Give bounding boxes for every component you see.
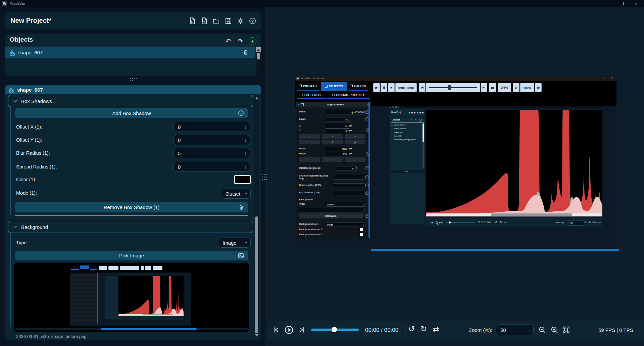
properties-object-name: shape_667	[17, 87, 43, 93]
stepper-icon[interactable]: ↕	[245, 138, 247, 143]
embedded-minimize-icon: —	[594, 77, 596, 79]
blur-radius-input[interactable]: 5↕	[174, 148, 250, 158]
embedded-logo-icon: W	[296, 77, 299, 80]
object-list-item[interactable]: shape_667	[5, 47, 255, 58]
remove-box-shadow-label: Remove Box Shadow (1)	[104, 204, 160, 210]
offset-x-label: Offset X (1):	[16, 122, 42, 132]
embedded-object-name: object556968	[304, 103, 367, 106]
toolbar-divider	[405, 324, 405, 336]
section-divider	[15, 215, 248, 216]
offset-y-label: Offset Y (1):	[16, 135, 42, 145]
embedded-zoom-in-button: ⊕	[535, 83, 542, 92]
skip-end-button[interactable]	[298, 326, 306, 334]
shadow-color-swatch[interactable]	[234, 175, 251, 184]
timeline-slider-handle[interactable]	[332, 327, 337, 332]
help-icon[interactable]: ?	[249, 17, 256, 25]
pick-image-label: Pick Image	[119, 253, 144, 258]
nested-properties-card	[390, 173, 425, 224]
box-shadows-section-header[interactable]: Box Shadows	[8, 95, 253, 107]
zoom-in-button[interactable]	[550, 326, 558, 334]
delete-object-icon[interactable]	[243, 49, 249, 55]
stepper-icon[interactable]: ↕	[245, 151, 247, 156]
embedded-zoom-display: 100%	[520, 83, 534, 92]
spread-radius-input[interactable]: 0↕	[174, 162, 250, 172]
properties-scrollbar[interactable]	[254, 96, 259, 338]
image-filename: 2026-03-31_w2b_image_before.png	[16, 334, 87, 339]
zoom-fit-button[interactable]	[562, 326, 571, 334]
background-type-select[interactable]: Image	[219, 238, 251, 248]
time-display: 00:00 / 00:00	[365, 327, 398, 334]
fps-stats: 59 FPS | 0 TPS	[598, 327, 633, 333]
thumbnail-hscroll-thumb[interactable]	[101, 328, 197, 330]
skip-start-button[interactable]	[272, 326, 280, 334]
chevron-down-icon	[244, 241, 248, 245]
objects-scrollbar[interactable]	[256, 47, 261, 76]
nested-hscrollbar	[427, 213, 602, 216]
zoom-out-button[interactable]	[538, 326, 546, 334]
open-project-icon[interactable]	[212, 17, 220, 25]
stepper-icon[interactable]: ↕	[528, 328, 531, 333]
embedded-time-display: 0:00 | 0:00	[395, 83, 417, 92]
embedded-stop-button: ■	[388, 83, 395, 92]
timeline-slider[interactable]	[311, 329, 359, 331]
objects-title: Objects	[10, 36, 33, 43]
remove-box-shadow-button[interactable]: Remove Box Shadow (1)	[15, 202, 248, 212]
embedded-repeat-button: ⇄	[489, 83, 496, 92]
save-project-icon[interactable]	[225, 17, 232, 25]
zoom-label: Zoom (%):	[469, 327, 492, 333]
thumbnail-hscrollbar[interactable]	[15, 328, 249, 330]
chevron-down-icon	[12, 98, 18, 104]
minimize-button[interactable]: —	[599, 0, 614, 7]
undo-button[interactable]: ↶	[224, 37, 233, 45]
add-box-shadow-button[interactable]: Add Box Shadow	[15, 108, 248, 118]
preview-hscrollbar[interactable]	[371, 249, 619, 251]
objects-divider	[5, 47, 261, 47]
stepper-icon[interactable]: ↕	[245, 164, 247, 169]
objects-card: Objects ↶ ↷ + shape_667	[5, 34, 261, 76]
zoom-input[interactable]: 50 ↕	[496, 325, 534, 335]
scroll-thumb[interactable]	[257, 53, 260, 59]
add-object-button[interactable]: +	[249, 37, 256, 45]
repeat-button[interactable]: ⇄	[433, 325, 439, 334]
preview-window[interactable]: W Wav2Bar - 0.3.4-beta — ○ × PROJECT OBJ…	[295, 76, 616, 249]
play-button[interactable]	[284, 325, 294, 335]
panel-splitter-handle[interactable]	[130, 78, 138, 81]
nested-objects-card: Objects ↶ ↷ + △ green screen ♪ wave bott…	[390, 117, 425, 170]
add-box-shadow-label: Add Box Shadow	[112, 110, 151, 116]
embedded-titlebar: W Wav2Bar - 0.3.4-beta — ○ ×	[295, 76, 616, 81]
stepper-icon[interactable]: ↕	[245, 125, 247, 130]
column-splitter-handle[interactable]	[262, 174, 267, 180]
scroll-up-button[interactable]	[256, 47, 261, 52]
background-section-header[interactable]: Background	[8, 221, 253, 233]
close-button[interactable]: ×	[629, 0, 644, 7]
embedded-skip-end-button: ▶|	[481, 83, 487, 92]
nested-toolbar-icons	[409, 112, 424, 113]
chevron-down-icon	[12, 224, 18, 230]
embedded-maximize-icon: ○	[603, 77, 604, 79]
image-thumbnail-preview[interactable]	[14, 263, 249, 332]
nested-project-card: New Proj...	[390, 109, 425, 116]
embedded-play-button: ▶	[373, 83, 380, 92]
background-type-label: Type:	[16, 238, 28, 248]
loop-back-button[interactable]: ↺	[408, 325, 415, 334]
scroll-up-button[interactable]	[255, 97, 258, 99]
embedded-slider-handle	[448, 85, 451, 90]
new-project-icon[interactable]	[200, 17, 208, 25]
scroll-thumb[interactable]	[255, 216, 258, 333]
save-as-icon[interactable]	[188, 17, 196, 25]
offset-y-input[interactable]: 0↕	[174, 135, 250, 145]
svg-text:?: ?	[251, 19, 254, 23]
embedded-title: Wav2Bar - 0.3.4-beta	[301, 77, 325, 80]
pick-image-button[interactable]: Pick Image	[15, 251, 248, 260]
maximize-button[interactable]	[614, 0, 629, 7]
shadow-mode-label: Mode (1):	[16, 188, 37, 198]
settings-gear-icon[interactable]	[237, 17, 244, 25]
scroll-down-button[interactable]	[255, 334, 258, 337]
nested-title: Wav2Bar	[392, 106, 399, 108]
shadow-mode-select[interactable]: Outset	[222, 189, 251, 199]
loop-forward-button[interactable]: ↻	[420, 325, 427, 334]
embedded-viewport: Wav2Bar New Proj... Objects ↶ ↷ + △ gree…	[389, 106, 602, 227]
redo-button[interactable]: ↷	[236, 37, 245, 45]
offset-x-input[interactable]: 0↕	[174, 122, 250, 132]
nested-fps-display: 60 FPS	[595, 221, 601, 224]
